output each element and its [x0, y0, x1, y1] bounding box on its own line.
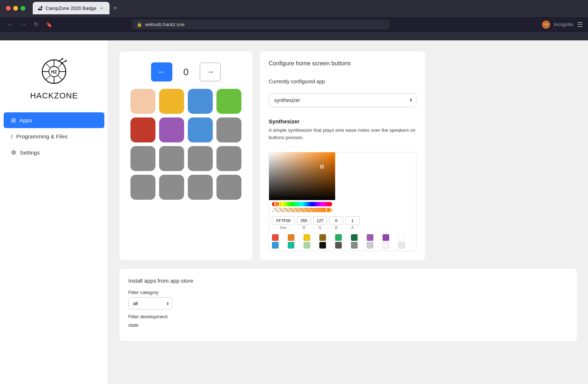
hackzone-logo-svg: HZ	[32, 55, 76, 88]
tab-favicon: 🏕	[38, 6, 43, 11]
next-page-button[interactable]: →	[200, 62, 221, 81]
active-tab[interactable]: 🏕 CampZone 2020 Badge ✕	[33, 2, 110, 14]
left-arrow-icon: ←	[158, 67, 166, 77]
top-section: ← 0 →	[119, 51, 577, 260]
sidebar-item-apps-label: Apps	[19, 117, 32, 123]
reload-button[interactable]: ↻	[32, 19, 41, 29]
minimize-window-button[interactable]	[13, 6, 18, 11]
app-desc-text: A simple synthesizer that plays sine wav…	[269, 127, 416, 141]
grid-button-6[interactable]	[188, 117, 213, 142]
hex-input[interactable]	[272, 216, 295, 225]
grid-button-2[interactable]	[188, 89, 213, 114]
swatch-white[interactable]	[383, 242, 389, 249]
sidebar-item-settings[interactable]: ⚙ Settings	[4, 145, 104, 160]
b-input[interactable]	[329, 216, 343, 225]
b-input-group: B	[329, 216, 343, 230]
new-tab-button[interactable]: +	[111, 4, 119, 13]
filter-dev-state-label: Filter development	[128, 314, 568, 319]
swatch-darkgreen[interactable]	[351, 234, 358, 241]
badge-nav-row: ← 0 →	[130, 62, 241, 81]
brave-shield-icon[interactable]: 🦁	[542, 21, 550, 29]
back-button[interactable]: ←	[5, 20, 15, 29]
grid-button-4[interactable]	[130, 117, 155, 142]
main-layout: HZ HACKZONE ⊞ Apps I Programming & Files…	[0, 40, 588, 384]
grid-button-12[interactable]	[130, 175, 155, 200]
grid-button-8[interactable]	[130, 146, 155, 171]
bookmark-button[interactable]: 🔖	[44, 20, 54, 29]
swatch-darkpurple[interactable]	[383, 234, 389, 241]
swatch-gray[interactable]	[351, 242, 358, 249]
close-window-button[interactable]	[6, 6, 11, 11]
color-gradient-area[interactable]	[269, 152, 335, 200]
sidebar-item-apps[interactable]: ⊞ Apps	[4, 112, 104, 128]
swatch-black[interactable]	[319, 242, 326, 249]
r-label: R	[302, 226, 305, 230]
swatch-red[interactable]	[272, 234, 279, 241]
grid-button-15[interactable]	[216, 175, 241, 200]
grid-button-11[interactable]	[216, 146, 241, 171]
hue-bar-wrapper	[269, 200, 416, 214]
svg-text:HZ: HZ	[51, 69, 57, 75]
sidebar-logo: HZ HACKZONE	[0, 48, 108, 112]
prev-page-button[interactable]: ←	[151, 62, 172, 81]
url-bar[interactable]: 🔒 webusb.hackz.one	[132, 19, 390, 29]
grid-button-10[interactable]	[188, 146, 213, 171]
swatch-blue[interactable]	[272, 242, 279, 249]
grid-button-0[interactable]	[130, 89, 155, 114]
menu-icon[interactable]: ☰	[577, 21, 583, 29]
settings-icon: ⚙	[11, 149, 16, 156]
r-input-group: R	[297, 216, 311, 230]
filter-dev-state-section: Filter development state	[128, 314, 568, 328]
app-name: Synthesizer	[269, 118, 416, 124]
grid-button-1[interactable]	[159, 89, 184, 114]
filter-category-label: Filter category	[128, 290, 568, 295]
hex-input-group: Hex	[272, 216, 295, 230]
swatch-purple[interactable]	[367, 234, 373, 241]
grid-button-14[interactable]	[188, 175, 213, 200]
g-input-group: G	[313, 216, 327, 230]
button-grid	[130, 89, 241, 200]
tab-close-button[interactable]: ✕	[99, 6, 104, 11]
grid-button-3[interactable]	[216, 89, 241, 114]
color-picker[interactable]: Hex R G B	[269, 152, 416, 251]
traffic-lights	[6, 6, 25, 11]
grid-button-9[interactable]	[159, 146, 184, 171]
swatch-brown[interactable]	[319, 234, 326, 241]
forward-button[interactable]: →	[18, 20, 29, 29]
currently-configured-label: Currently configured app	[269, 79, 416, 84]
grid-button-5[interactable]	[159, 117, 184, 142]
filter-dev-state-label2: state	[128, 322, 568, 328]
g-input[interactable]	[313, 216, 327, 225]
app-select-wrapper: synthesizer ⬍	[269, 93, 416, 107]
app-store-title: Install apps from app store	[128, 278, 568, 284]
opacity-bar[interactable]	[272, 208, 332, 212]
swatch-darkgray[interactable]	[335, 242, 342, 249]
swatch-yellow[interactable]	[304, 234, 310, 241]
sidebar-item-programming-label: Programming & Files	[16, 133, 68, 140]
hue-bar[interactable]	[272, 202, 332, 206]
tab-bar: 🏕 CampZone 2020 Badge ✕ +	[33, 2, 582, 14]
swatch-empty	[398, 234, 405, 241]
swatch-offwhite[interactable]	[398, 242, 405, 249]
sidebar: HZ HACKZONE ⊞ Apps I Programming & Files…	[0, 40, 108, 384]
sidebar-item-programming[interactable]: I Programming & Files	[4, 129, 104, 144]
swatch-teal[interactable]	[288, 242, 294, 249]
right-arrow-icon: →	[206, 67, 214, 77]
swatch-green[interactable]	[335, 234, 342, 241]
grid-button-7[interactable]	[216, 117, 241, 142]
maximize-window-button[interactable]	[21, 6, 25, 11]
grid-button-13[interactable]	[159, 175, 184, 200]
swatch-orange[interactable]	[288, 234, 294, 241]
hex-label: Hex	[280, 226, 287, 230]
swatch-lightgray[interactable]	[367, 242, 373, 249]
app-select[interactable]: synthesizer	[269, 93, 416, 107]
filter-category-select[interactable]: all games tools utilities	[128, 297, 172, 309]
app-store-card: Install apps from app store Filter categ…	[119, 269, 577, 341]
g-label: G	[319, 226, 322, 230]
content-area: ← 0 →	[108, 40, 588, 384]
logo-text: HACKZONE	[30, 91, 78, 101]
a-input[interactable]	[345, 216, 359, 225]
r-input[interactable]	[297, 216, 311, 225]
swatch-lightgreen[interactable]	[304, 242, 310, 249]
apps-icon: ⊞	[11, 117, 16, 124]
